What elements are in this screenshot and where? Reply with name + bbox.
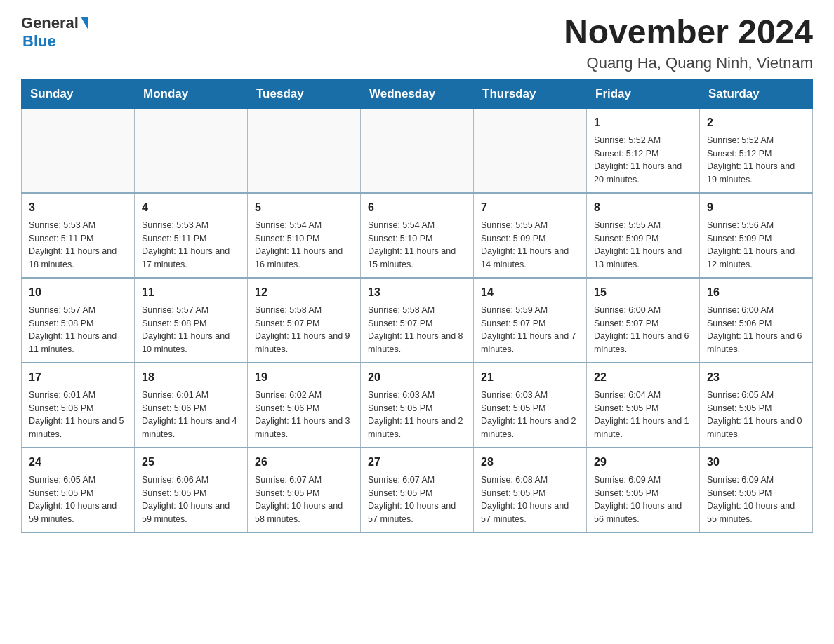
day-number: 8 xyxy=(594,199,692,216)
day-info: Sunrise: 5:57 AMSunset: 5:08 PMDaylight:… xyxy=(142,304,240,356)
calendar-cell-week4-day5: 22Sunrise: 6:04 AMSunset: 5:05 PMDayligh… xyxy=(587,363,700,448)
calendar-cell-week5-day4: 28Sunrise: 6:08 AMSunset: 5:05 PMDayligh… xyxy=(474,448,587,532)
calendar-body: 1Sunrise: 5:52 AMSunset: 5:12 PMDaylight… xyxy=(22,108,813,532)
day-number: 10 xyxy=(29,284,127,301)
day-info: Sunrise: 6:02 AMSunset: 5:06 PMDaylight:… xyxy=(255,389,353,441)
day-number: 18 xyxy=(142,369,240,386)
day-info: Sunrise: 6:00 AMSunset: 5:07 PMDaylight:… xyxy=(594,304,692,356)
calendar-cell-week3-day0: 10Sunrise: 5:57 AMSunset: 5:08 PMDayligh… xyxy=(22,278,135,363)
weekday-header-wednesday: Wednesday xyxy=(361,79,474,108)
day-number: 29 xyxy=(594,454,692,471)
logo-blue-text: Blue xyxy=(22,32,56,50)
day-info: Sunrise: 6:04 AMSunset: 5:05 PMDaylight:… xyxy=(594,389,692,441)
day-info: Sunrise: 5:54 AMSunset: 5:10 PMDaylight:… xyxy=(368,219,466,271)
day-info: Sunrise: 6:09 AMSunset: 5:05 PMDaylight:… xyxy=(594,474,692,526)
day-info: Sunrise: 5:53 AMSunset: 5:11 PMDaylight:… xyxy=(142,219,240,271)
logo: General Blue xyxy=(21,14,88,51)
calendar-week-5: 24Sunrise: 6:05 AMSunset: 5:05 PMDayligh… xyxy=(22,448,813,532)
calendar-cell-week1-day2 xyxy=(248,108,361,193)
day-info: Sunrise: 6:05 AMSunset: 5:05 PMDaylight:… xyxy=(707,389,805,441)
calendar-cell-week4-day3: 20Sunrise: 6:03 AMSunset: 5:05 PMDayligh… xyxy=(361,363,474,448)
calendar-cell-week5-day2: 26Sunrise: 6:07 AMSunset: 5:05 PMDayligh… xyxy=(248,448,361,532)
day-number: 6 xyxy=(368,199,466,216)
day-info: Sunrise: 6:09 AMSunset: 5:05 PMDaylight:… xyxy=(707,474,805,526)
calendar-week-2: 3Sunrise: 5:53 AMSunset: 5:11 PMDaylight… xyxy=(22,193,813,278)
day-number: 26 xyxy=(255,454,353,471)
day-number: 15 xyxy=(594,284,692,301)
day-number: 12 xyxy=(255,284,353,301)
day-number: 25 xyxy=(142,454,240,471)
title-block: November 2024 Quang Ha, Quang Ninh, Viet… xyxy=(564,14,813,72)
day-number: 22 xyxy=(594,369,692,386)
calendar-cell-week3-day6: 16Sunrise: 6:00 AMSunset: 5:06 PMDayligh… xyxy=(700,278,813,363)
calendar-cell-week1-day4 xyxy=(474,108,587,193)
calendar-cell-week4-day4: 21Sunrise: 6:03 AMSunset: 5:05 PMDayligh… xyxy=(474,363,587,448)
weekday-header-saturday: Saturday xyxy=(700,79,813,108)
weekday-header-row: SundayMondayTuesdayWednesdayThursdayFrid… xyxy=(22,79,813,108)
day-info: Sunrise: 5:55 AMSunset: 5:09 PMDaylight:… xyxy=(481,219,579,271)
day-info: Sunrise: 5:52 AMSunset: 5:12 PMDaylight:… xyxy=(594,134,692,187)
calendar-cell-week2-day4: 7Sunrise: 5:55 AMSunset: 5:09 PMDaylight… xyxy=(474,193,587,278)
calendar-cell-week1-day3 xyxy=(361,108,474,193)
day-number: 27 xyxy=(368,454,466,471)
day-info: Sunrise: 6:08 AMSunset: 5:05 PMDaylight:… xyxy=(481,474,579,526)
calendar-cell-week2-day6: 9Sunrise: 5:56 AMSunset: 5:09 PMDaylight… xyxy=(700,193,813,278)
day-info: Sunrise: 6:07 AMSunset: 5:05 PMDaylight:… xyxy=(255,474,353,526)
day-info: Sunrise: 5:52 AMSunset: 5:12 PMDaylight:… xyxy=(707,134,805,187)
day-number: 16 xyxy=(707,284,805,301)
weekday-header-tuesday: Tuesday xyxy=(248,79,361,108)
logo-arrow-icon xyxy=(81,17,88,30)
calendar-cell-week5-day6: 30Sunrise: 6:09 AMSunset: 5:05 PMDayligh… xyxy=(700,448,813,532)
day-info: Sunrise: 5:54 AMSunset: 5:10 PMDaylight:… xyxy=(255,219,353,271)
calendar-cell-week5-day3: 27Sunrise: 6:07 AMSunset: 5:05 PMDayligh… xyxy=(361,448,474,532)
calendar-cell-week3-day3: 13Sunrise: 5:58 AMSunset: 5:07 PMDayligh… xyxy=(361,278,474,363)
calendar-cell-week2-day3: 6Sunrise: 5:54 AMSunset: 5:10 PMDaylight… xyxy=(361,193,474,278)
weekday-header-monday: Monday xyxy=(135,79,248,108)
calendar-cell-week4-day2: 19Sunrise: 6:02 AMSunset: 5:06 PMDayligh… xyxy=(248,363,361,448)
day-number: 7 xyxy=(481,199,579,216)
page-title: November 2024 xyxy=(564,14,813,51)
day-info: Sunrise: 6:07 AMSunset: 5:05 PMDaylight:… xyxy=(368,474,466,526)
day-number: 3 xyxy=(29,199,127,216)
calendar-cell-week3-day1: 11Sunrise: 5:57 AMSunset: 5:08 PMDayligh… xyxy=(135,278,248,363)
calendar-cell-week2-day2: 5Sunrise: 5:54 AMSunset: 5:10 PMDaylight… xyxy=(248,193,361,278)
calendar-cell-week4-day0: 17Sunrise: 6:01 AMSunset: 5:06 PMDayligh… xyxy=(22,363,135,448)
day-number: 1 xyxy=(594,114,692,131)
weekday-header-sunday: Sunday xyxy=(22,79,135,108)
calendar-cell-week5-day5: 29Sunrise: 6:09 AMSunset: 5:05 PMDayligh… xyxy=(587,448,700,532)
calendar-cell-week1-day6: 2Sunrise: 5:52 AMSunset: 5:12 PMDaylight… xyxy=(700,108,813,193)
calendar-cell-week1-day5: 1Sunrise: 5:52 AMSunset: 5:12 PMDaylight… xyxy=(587,108,700,193)
weekday-header-friday: Friday xyxy=(587,79,700,108)
day-info: Sunrise: 6:05 AMSunset: 5:05 PMDaylight:… xyxy=(29,474,127,526)
day-number: 21 xyxy=(481,369,579,386)
day-info: Sunrise: 5:58 AMSunset: 5:07 PMDaylight:… xyxy=(368,304,466,356)
calendar-cell-week1-day0 xyxy=(22,108,135,193)
calendar-week-1: 1Sunrise: 5:52 AMSunset: 5:12 PMDaylight… xyxy=(22,108,813,193)
calendar-cell-week2-day5: 8Sunrise: 5:55 AMSunset: 5:09 PMDaylight… xyxy=(587,193,700,278)
day-info: Sunrise: 6:06 AMSunset: 5:05 PMDaylight:… xyxy=(142,474,240,526)
day-info: Sunrise: 5:55 AMSunset: 5:09 PMDaylight:… xyxy=(594,219,692,271)
calendar-cell-week2-day1: 4Sunrise: 5:53 AMSunset: 5:11 PMDaylight… xyxy=(135,193,248,278)
calendar-cell-week2-day0: 3Sunrise: 5:53 AMSunset: 5:11 PMDaylight… xyxy=(22,193,135,278)
calendar-cell-week4-day6: 23Sunrise: 6:05 AMSunset: 5:05 PMDayligh… xyxy=(700,363,813,448)
day-number: 30 xyxy=(707,454,805,471)
day-number: 24 xyxy=(29,454,127,471)
day-info: Sunrise: 5:56 AMSunset: 5:09 PMDaylight:… xyxy=(707,219,805,271)
day-number: 5 xyxy=(255,199,353,216)
day-info: Sunrise: 6:03 AMSunset: 5:05 PMDaylight:… xyxy=(481,389,579,441)
day-number: 17 xyxy=(29,369,127,386)
day-number: 9 xyxy=(707,199,805,216)
calendar-cell-week1-day1 xyxy=(135,108,248,193)
day-info: Sunrise: 5:53 AMSunset: 5:11 PMDaylight:… xyxy=(29,219,127,271)
calendar-header: SundayMondayTuesdayWednesdayThursdayFrid… xyxy=(22,79,813,108)
day-number: 11 xyxy=(142,284,240,301)
calendar-week-4: 17Sunrise: 6:01 AMSunset: 5:06 PMDayligh… xyxy=(22,363,813,448)
calendar-week-3: 10Sunrise: 5:57 AMSunset: 5:08 PMDayligh… xyxy=(22,278,813,363)
day-number: 19 xyxy=(255,369,353,386)
day-info: Sunrise: 5:58 AMSunset: 5:07 PMDaylight:… xyxy=(255,304,353,356)
day-info: Sunrise: 5:59 AMSunset: 5:07 PMDaylight:… xyxy=(481,304,579,356)
day-number: 23 xyxy=(707,369,805,386)
calendar-cell-week3-day2: 12Sunrise: 5:58 AMSunset: 5:07 PMDayligh… xyxy=(248,278,361,363)
page-header: General Blue November 2024 Quang Ha, Qua… xyxy=(21,14,813,72)
calendar-table: SundayMondayTuesdayWednesdayThursdayFrid… xyxy=(21,79,813,533)
